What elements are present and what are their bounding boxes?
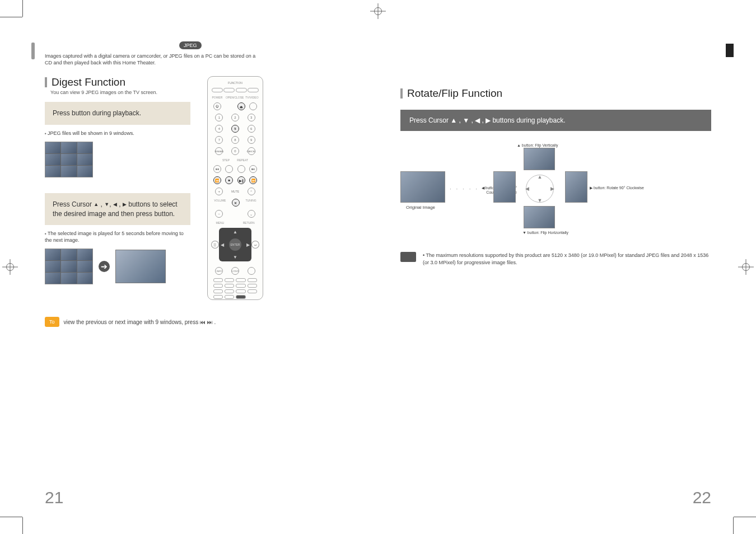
remote-label: POWER (212, 96, 222, 99)
play-pause-button: ▶∥ (237, 176, 245, 184)
ring-right-icon: ▶ (550, 186, 554, 191)
rotate-heading: Rotate/Flip Function (407, 87, 502, 100)
remote-label: TUNING (246, 199, 256, 207)
crop-mark (734, 517, 756, 517)
step-button (225, 165, 233, 173)
ring-down-icon: ▼ (538, 198, 543, 203)
dpad-left-icon: ◀ (221, 242, 224, 247)
thumb-cell (61, 154, 76, 165)
dpad-right-icon: ▶ (246, 242, 250, 247)
thumb-cell (45, 142, 60, 153)
tip-row: To view the previous or next image with … (45, 317, 356, 327)
rotate-cw-label: ▶ button: Rotate 90° Clockwise (590, 186, 644, 190)
thumb-cell (61, 273, 76, 284)
tuning-down: ⌄ (248, 210, 255, 218)
dpad-row: ☰ ▲ ▼ ◀ ▶ ENTER ↩ (211, 228, 259, 261)
info-row: INFO LOGO (211, 267, 259, 275)
menu-button: ☰ (211, 241, 219, 249)
step2-box: Press Cursor ▲ , ▼, ◀ , ▶ buttons to sel… (45, 193, 190, 226)
num-6: 6 (248, 125, 255, 133)
remote-label: TV/VIDEO (245, 96, 258, 99)
note-row: • The maximum resolutions supported by t… (400, 252, 711, 266)
zoom-button (213, 278, 223, 282)
page-number-left: 21 (45, 488, 63, 507)
bottom-grid (213, 278, 256, 299)
right-triangle-icon: ▶ (123, 201, 127, 208)
repeat-button (237, 165, 245, 173)
thumb-cell (77, 261, 92, 272)
mo-st-button (225, 289, 234, 293)
crop-mark (0, 17, 22, 17)
flip-vertical-image (524, 148, 555, 170)
digest-column: Digest Function You can view 9 JPEG imag… (45, 76, 190, 300)
ring-up-icon: ▲ (538, 174, 543, 180)
heading-bar-icon (45, 77, 47, 87)
bullet-2: The selected image is played for 5 secon… (45, 231, 190, 243)
page-number-right: 22 (693, 488, 711, 507)
remote-label: VOLUME (214, 199, 226, 207)
numpad-row: 7 8 9 (211, 136, 259, 144)
bullet-1: JPEG files will be shown in 9 windows. (45, 130, 190, 137)
remote-column: FUNCTION POWER OPEN/CLOSE TV/VIDEO (202, 76, 269, 300)
ring-left-icon: ◀ (525, 186, 529, 191)
numpad-row: 4 5 6 (211, 125, 259, 133)
thumb-cell (77, 273, 92, 284)
num-3: 3 (248, 114, 255, 121)
remote-label: STEP (222, 158, 230, 162)
remote-label-row: POWER OPEN/CLOSE TV/VIDEO (211, 96, 259, 99)
enter-button: ENTER (229, 238, 241, 251)
cancel-button: CANCEL (248, 147, 255, 155)
digest-button (225, 295, 234, 299)
remote-label-row: STEP REPEAT (211, 158, 259, 162)
down-triangle-icon: ▼ (104, 201, 109, 208)
pl-button (248, 267, 255, 275)
small-btn (213, 284, 223, 288)
side-tab-right (726, 44, 734, 57)
arrow-ring: ▲ ▼ ◀ ▶ (526, 175, 554, 203)
remain-button: REMAIN (215, 147, 223, 155)
sleep-button (236, 284, 245, 288)
registration-mark (2, 259, 18, 275)
small-btn (236, 278, 245, 282)
note-badge (400, 252, 416, 262)
note-text: • The maximum resolutions supported by t… (423, 252, 711, 266)
flip-horizontal-image (524, 206, 555, 228)
rotate-cw-image (565, 171, 587, 203)
crop-mark (22, 517, 23, 534)
intro-text: Images captured with a digital camera or… (45, 53, 258, 66)
heading-bar-icon (400, 88, 403, 99)
right-step-box: Press Cursor ▲ , ▼ , ◀ , ▶ buttons durin… (400, 110, 711, 131)
page-right: Rotate/Flip Function Press Cursor ▲ , ▼ … (378, 17, 734, 517)
left-triangle-icon: ◀ (113, 201, 117, 208)
prev-button: ⏮ (213, 165, 221, 173)
return-button: ↩ (251, 241, 259, 249)
thumb-cell (61, 249, 76, 260)
stop-button: ■ (225, 176, 233, 184)
tip-text: view the previous or next image with 9 w… (64, 319, 216, 325)
vol-down: − (215, 210, 223, 218)
transport-row: ⏮ ⏭ (211, 165, 259, 173)
num-2: 2 (231, 114, 239, 121)
step2-pre: Press Cursor (53, 200, 94, 208)
tuning-up: ⌃ (248, 188, 255, 195)
remote-tab (248, 88, 259, 92)
section-heading: Digest Function (45, 76, 190, 88)
small-btn (213, 295, 223, 299)
remote-label: OPEN/CLOSE (226, 96, 244, 99)
step1-box: Press button during playback. (45, 102, 190, 125)
thumb-cell (61, 166, 76, 177)
vol-row-2: − ⌄ (211, 210, 259, 218)
num-8: 8 (231, 136, 239, 144)
rotate-ccw-image (493, 171, 516, 203)
info-button: INFO (215, 267, 223, 275)
dpad-down-icon: ▼ (233, 255, 237, 260)
result-row: ➔ (45, 249, 190, 284)
step1-text: Press button during playback. (53, 109, 141, 117)
open-close-button: ⏏ (237, 102, 245, 110)
remote-top-row (211, 88, 259, 92)
remote-label: MENU (216, 221, 224, 224)
spacer (231, 210, 239, 218)
thumb-cell (45, 273, 60, 284)
slow-button (225, 284, 234, 288)
remote-label: REPEAT (237, 158, 248, 162)
